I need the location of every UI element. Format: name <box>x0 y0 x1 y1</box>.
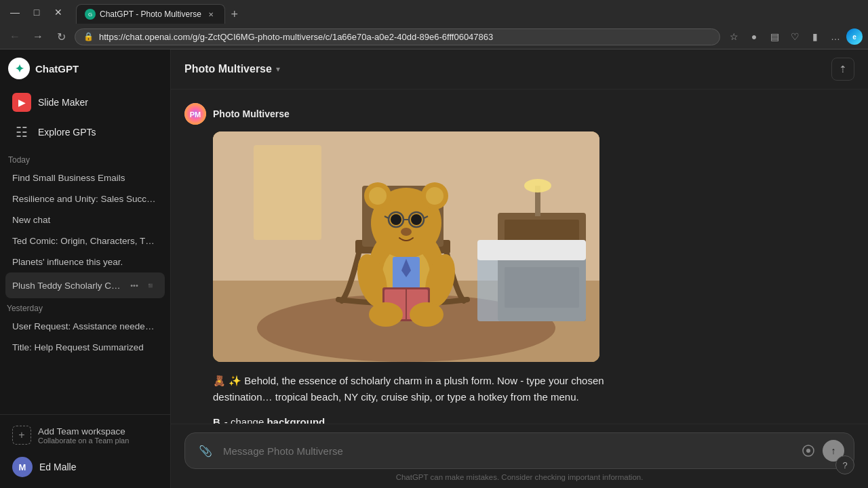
user-name: Ed Malle <box>39 462 76 472</box>
app-container: ✦ ChatGPT ▶ Slide Maker ☷ Explore GPTs T… <box>0 49 868 488</box>
sidebar-nav: ▶ Slide Maker ☷ Explore GPTs <box>0 85 170 150</box>
ai-generated-image <box>213 131 599 362</box>
refresh-button[interactable]: ↻ <box>52 27 71 46</box>
star-icon[interactable]: ☆ <box>724 27 743 46</box>
avatar: M <box>12 457 33 477</box>
bullet-text-b: - change background <box>224 413 325 424</box>
lock-icon: 🔒 <box>83 32 94 41</box>
maximize-button[interactable]: □ <box>27 3 46 22</box>
chat-item-text: Ted Comic: Origin, Characters, Th… <box>12 236 158 246</box>
input-container: 📎 ↑ <box>184 432 854 469</box>
active-tab[interactable]: G ChatGPT - Photo Multiverse ✕ <box>76 4 225 24</box>
edge-browser-icon: e <box>846 28 863 45</box>
chat-item-find-emails[interactable]: Find Small Business Emails <box>5 167 165 188</box>
sidebar-item-explore-gpts[interactable]: ☷ Explore GPTs <box>5 117 165 147</box>
add-team-icon: + <box>12 426 31 445</box>
close-button[interactable]: ✕ <box>49 3 68 22</box>
chat-item-plush-teddy[interactable]: Plush Teddy Scholarly Ch… ••• ◾ <box>5 272 165 298</box>
tab-favicon: G <box>85 9 96 20</box>
slide-maker-label: Slide Maker <box>38 97 88 108</box>
favorites-icon[interactable]: ♡ <box>785 27 804 46</box>
explore-icon: ☷ <box>12 123 31 142</box>
more-actions-icon[interactable]: … <box>826 27 845 46</box>
svg-rect-39 <box>477 240 586 260</box>
chat-item-title-help[interactable]: Title: Help Request Summarized <box>5 337 165 358</box>
svg-rect-5 <box>254 145 321 240</box>
sender-name: Photo Multiverse <box>213 108 290 119</box>
disclaimer-text: ChatGPT can make mistakes. Consider chec… <box>184 469 854 483</box>
add-team-text: Add Team workspace Collaborate on a Team… <box>38 426 129 445</box>
chat-item-text: New chat <box>12 215 158 225</box>
chat-input-area: 📎 ↑ ChatGPT can make mistakes. Consider … <box>171 424 868 488</box>
slide-maker-icon: ▶ <box>12 93 31 112</box>
svg-point-28 <box>401 228 412 236</box>
sidebar-footer: + Add Team workspace Collaborate on a Te… <box>0 414 170 488</box>
browser-titlebar: — □ ✕ G ChatGPT - Photo Multiverse ✕ + <box>0 0 868 24</box>
chat-item-archive-btn[interactable]: ◾ <box>143 278 158 293</box>
message-body: 🧸 ✨ Behold, the essence of scholarly cha… <box>213 373 654 405</box>
user-profile[interactable]: M Ed Malle <box>5 451 165 483</box>
chat-messages: PM Photo Multiverse <box>171 89 868 424</box>
ai-generated-image-container <box>213 131 854 362</box>
svg-point-22 <box>411 214 422 225</box>
chat-item-text: Planets' influence this year. <box>12 257 158 267</box>
back-button[interactable]: ← <box>5 27 24 46</box>
main-content: Photo Multiverse ▾ ⇡ <box>171 49 868 488</box>
message-input[interactable] <box>223 445 791 457</box>
chat-item-text: Title: Help Request Summarized <box>12 342 158 352</box>
chat-header: Photo Multiverse ▾ ⇡ <box>171 49 868 89</box>
svg-point-21 <box>391 214 401 225</box>
message-sender: PM Photo Multiverse <box>184 103 854 125</box>
chat-item-more-btn[interactable]: ••• <box>127 278 142 293</box>
chat-item-new-chat[interactable]: New chat <box>5 209 165 230</box>
minimize-button[interactable]: — <box>5 3 24 22</box>
explore-gpts-label: Explore GPTs <box>38 127 96 138</box>
chatgpt-logo-icon: ✦ <box>8 58 30 79</box>
section-yesterday: Yesterday <box>5 298 165 316</box>
chat-item-text: User Request: Assistance needed… <box>12 321 158 331</box>
chat-item-planets[interactable]: Planets' influence this year. <box>5 251 165 272</box>
message-group: PM Photo Multiverse <box>184 103 854 424</box>
tab-bar: G ChatGPT - Photo Multiverse ✕ + <box>71 1 863 24</box>
section-today: Today <box>0 150 170 167</box>
svg-rect-38 <box>477 253 586 321</box>
svg-point-37 <box>410 302 443 327</box>
svg-point-11 <box>524 179 551 192</box>
tab-title: ChatGPT - Photo Multiverse <box>100 9 201 19</box>
chat-item-ted-comic[interactable]: Ted Comic: Origin, Characters, Th… <box>5 230 165 251</box>
sidebar-item-slide-maker[interactable]: ▶ Slide Maker <box>5 87 165 117</box>
help-button[interactable]: ? <box>835 455 854 474</box>
attach-button[interactable]: 📎 <box>195 440 216 462</box>
new-tab-button[interactable]: + <box>225 5 244 24</box>
forward-button[interactable]: → <box>28 27 47 46</box>
chatgpt-logo[interactable]: ✦ ChatGPT <box>8 58 79 79</box>
chevron-down-icon: ▾ <box>276 64 280 74</box>
gizmo-button[interactable] <box>798 441 818 461</box>
search-icon[interactable]: ● <box>745 27 764 46</box>
collections-icon[interactable]: ▮ <box>806 27 825 46</box>
address-bar-row: ← → ↻ 🔒 https://chat.openai.com/g/g-ZctQ… <box>0 24 868 49</box>
extensions-icon[interactable]: ▤ <box>765 27 784 46</box>
chat-item-text: Resilience and Unity: Sales Succe… <box>12 194 158 204</box>
address-bar[interactable]: 🔒 https://chat.openai.com/g/g-ZctQCI6MG-… <box>75 28 720 45</box>
message-text: 🧸 ✨ Behold, the essence of scholarly cha… <box>213 373 654 405</box>
chat-title-group[interactable]: Photo Multiverse ▾ <box>184 63 280 75</box>
message-bullets: B - change background S - edit subject/p… <box>213 413 654 424</box>
chat-item-user-request[interactable]: User Request: Assistance needed… <box>5 316 165 337</box>
tab-close-button[interactable]: ✕ <box>205 9 216 20</box>
chat-list: Find Small Business Emails Resilience an… <box>0 167 170 414</box>
bullet-item-b: B - change background <box>213 413 654 424</box>
add-team-workspace[interactable]: + Add Team workspace Collaborate on a Te… <box>5 420 165 450</box>
browser-actions: ☆ ● ▤ ♡ ▮ … e <box>724 27 863 46</box>
add-team-subtitle: Collaborate on a Team plan <box>38 436 129 445</box>
browser-chrome: — □ ✕ G ChatGPT - Photo Multiverse ✕ + ←… <box>0 0 868 49</box>
bullet-key-b: B <box>213 413 220 424</box>
share-button[interactable]: ⇡ <box>831 58 854 81</box>
url-text: https://chat.openai.com/g/g-ZctQCI6MG-ph… <box>99 32 711 42</box>
svg-text:PM: PM <box>190 110 201 119</box>
svg-point-41 <box>806 449 810 453</box>
chat-item-text: Find Small Business Emails <box>12 173 158 183</box>
chat-item-resilience[interactable]: Resilience and Unity: Sales Succe… <box>5 188 165 209</box>
chat-title: Photo Multiverse <box>184 63 272 75</box>
header-actions: ⇡ <box>831 58 854 81</box>
